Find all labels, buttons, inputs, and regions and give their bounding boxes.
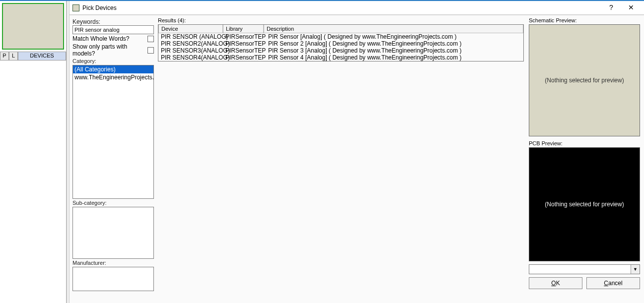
device-list-panel [0,61,66,303]
keywords-label: Keywords: [72,18,154,25]
match-whole-checkbox[interactable] [147,36,154,42]
table-row[interactable]: PIR SENSOR3(ANALOG)PIRSensorTEPPIR Senso… [158,47,523,54]
pcb-preview-label: PCB Preview: [529,140,640,146]
tab-p[interactable]: P [0,52,9,61]
help-button[interactable]: ? [601,2,621,14]
category-label: Category: [72,58,154,64]
show-only-checkbox[interactable] [147,47,154,54]
table-row[interactable]: PIR SENSOR2(ANALOG)PIRSensorTEPPIR Senso… [158,40,523,47]
col-device[interactable]: Device [158,25,223,33]
table-row[interactable]: PIR SENSOR4(ANALOG)PIRSensorTEPPIR Senso… [158,54,523,61]
cancel-button[interactable]: Cancel [586,277,640,289]
chevron-down-icon[interactable]: ▼ [631,265,640,274]
show-only-label: Show only parts with models? [72,43,147,57]
results-header: Results (4): [158,17,524,23]
schematic-preview-label: Schematic Preview: [529,17,640,23]
keywords-input[interactable] [72,25,154,34]
tab-devices[interactable]: DEVICES [18,52,66,61]
close-button[interactable]: ✕ [621,2,641,14]
results-table[interactable]: Device Library Description PIR SENSOR (A… [158,24,524,61]
tab-l[interactable]: L [9,52,18,61]
table-row[interactable]: PIR SENSOR (ANALOG)PIRSensorTEPPIR Senso… [158,33,523,40]
dialog-title: Pick Devices [82,4,601,11]
ok-button[interactable]: OK [529,277,582,289]
schematic-preview: (Nothing selected for preview) [529,24,640,136]
manufacturer-label: Manufacturer: [72,260,154,266]
match-whole-label: Match Whole Words? [72,35,147,42]
manufacturer-listbox[interactable] [72,267,154,291]
category-listbox[interactable]: (All Categories) www.TheEngineeringProje… [72,65,154,199]
package-combo[interactable]: ▼ [529,264,640,274]
list-item[interactable]: www.TheEngineeringProjects.co [73,73,153,81]
list-item[interactable]: (All Categories) [73,65,153,73]
subcategory-listbox[interactable] [72,207,154,259]
left-preview-thumb [2,3,64,50]
col-library[interactable]: Library [223,25,264,33]
dialog-icon [72,4,79,11]
col-description[interactable]: Description [264,25,523,33]
subcategory-label: Sub-category: [72,200,154,206]
pcb-preview: (Nothing selected for preview) [529,147,640,261]
